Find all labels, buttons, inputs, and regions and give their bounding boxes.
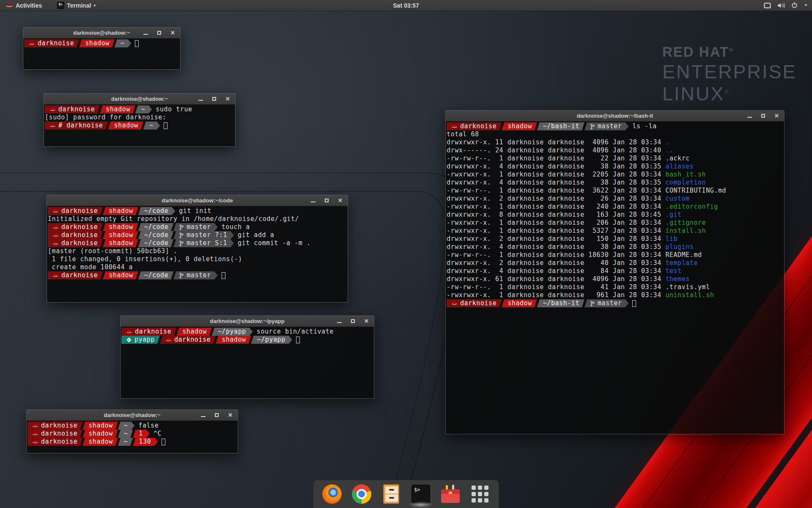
dock-item-firefox[interactable] <box>322 484 342 504</box>
file-name: lib <box>665 235 678 243</box>
prompt-line: darknoiseshadow~/bash-itmasterls -la <box>447 122 784 130</box>
close-button[interactable]: ✕ <box>228 412 233 418</box>
redhat-fedora-icon <box>50 107 55 112</box>
terminal-cursor[interactable] <box>222 272 225 279</box>
terminal-content[interactable]: darknoiseshadow~ <box>23 39 180 69</box>
close-button[interactable]: ✕ <box>225 96 230 102</box>
file-attrs: -rw-rw-r--. 1 darknoise darknoise 18630 … <box>447 251 665 259</box>
terminal-cursor[interactable] <box>135 40 139 47</box>
minimize-button[interactable] <box>143 30 148 36</box>
git-branch-icon <box>179 224 184 230</box>
terminal-sudo: darknoise@shadow:~✕darknoiseshadow~sudo … <box>44 93 236 147</box>
prompt-line: darknoiseshadow~1^C <box>27 430 238 438</box>
prompt-segment-path: ~/code <box>138 207 176 215</box>
terminal-cursor[interactable] <box>632 300 636 307</box>
maximize-button[interactable] <box>211 96 217 102</box>
close-button[interactable]: ✕ <box>337 198 343 203</box>
app-menu-terminal[interactable]: $> Terminal ▾ <box>57 2 96 9</box>
terminal-content[interactable]: darknoiseshadow~sudo true[sudo] password… <box>44 105 235 146</box>
terminal-cursor[interactable] <box>162 439 165 445</box>
prompt-segment-user: darknoise <box>27 422 82 430</box>
chevron-down-icon: ▾ <box>94 3 96 8</box>
terminal-output-line: 1 file changed, 0 insertions(+), 0 delet… <box>48 255 348 263</box>
maximize-button[interactable] <box>350 318 356 324</box>
dock-item-terminal[interactable]: $> <box>411 484 431 504</box>
file-name: .editorconfig <box>665 203 718 210</box>
terminal-content[interactable]: darknoiseshadow~falsedarknoiseshadow~1^C… <box>27 421 238 453</box>
terminal-content[interactable]: darknoiseshadow~/pyappsource bin/activat… <box>121 327 374 398</box>
clock[interactable]: Sat 03:57 <box>393 2 419 9</box>
close-button[interactable]: ✕ <box>170 30 176 36</box>
prompt-segment-git: master <box>173 223 218 231</box>
prompt-segment-host: shadow <box>216 336 251 344</box>
file-attrs: -rwxrwxr-x. 1 darknoise darknoise 240 Ja… <box>447 203 665 210</box>
file-attrs: drwxrwxr-x. 2 darknoise darknoise 150 Ja… <box>447 235 665 243</box>
terminal-content[interactable]: darknoiseshadow~/codegit initInitialized… <box>47 206 348 302</box>
terminal-content[interactable]: darknoiseshadow~/bash-itmasterls -latota… <box>446 121 784 434</box>
prompt-line: darknoiseshadow~/codegit init <box>48 207 348 215</box>
minimize-glyph <box>311 202 315 202</box>
chevron-down-icon[interactable] <box>804 4 808 7</box>
file-attrs: drwxrwxr-x. 4 darknoise darknoise 38 Jan… <box>447 179 665 186</box>
rhel-wallpaper-logo: RED HAT® ENTERPRISE LINUX® <box>662 44 797 105</box>
toolbox-icon <box>441 484 460 504</box>
maximize-button[interactable] <box>214 412 219 418</box>
window-titlebar[interactable]: darknoise@shadow:~✕ <box>23 28 180 39</box>
running-indicator-glow <box>409 501 433 508</box>
activities-button[interactable]: Activities <box>3 0 44 11</box>
prompt-segment-path: ~/bash-it <box>537 122 584 130</box>
maximize-glyph <box>325 199 329 202</box>
registered-mark: ® <box>729 47 734 53</box>
file-attrs: -rwxrwxr-x. 1 darknoise darknoise 206 Ja… <box>447 219 665 226</box>
window-titlebar[interactable]: darknoise@shadow:~✕ <box>44 94 235 105</box>
terminal-cursor[interactable] <box>164 122 167 129</box>
dock-item-files[interactable] <box>381 484 401 504</box>
volume-icon[interactable] <box>777 3 785 8</box>
redhat-fedora-icon <box>29 41 35 46</box>
dock-item-apps-grid[interactable] <box>470 484 490 504</box>
command-text: git commit -a -m . <box>238 239 310 247</box>
window-titlebar[interactable]: darknoise@shadow:~/pyapp✕ <box>121 316 374 327</box>
maximize-button[interactable] <box>156 30 162 36</box>
maximize-button[interactable] <box>324 198 329 203</box>
prompt-segment-host: shadow <box>103 271 138 279</box>
firefox-icon <box>322 484 342 504</box>
file-list-row: drwxrwxr-x. 4 darknoise darknoise 84 Jan… <box>447 267 784 275</box>
file-list-row: drwxrwxr-x. 4 darknoise darknoise 38 Jan… <box>447 179 784 187</box>
minimize-button[interactable] <box>198 96 203 102</box>
minimize-button[interactable] <box>310 198 316 203</box>
window-titlebar[interactable]: darknoise@shadow:~✕ <box>27 410 238 421</box>
minimize-button[interactable] <box>200 412 206 418</box>
minimize-button[interactable] <box>337 318 342 324</box>
file-name: uninstall.sh <box>665 291 714 299</box>
file-name: CONTRIBUTING.md <box>665 187 726 194</box>
rhel-logo-line3: LINUX® <box>662 83 797 105</box>
power-icon[interactable] <box>791 2 798 8</box>
git-branch-icon <box>590 301 595 306</box>
file-name: .gitignore <box>665 219 706 226</box>
minimize-button[interactable] <box>747 113 752 119</box>
system-status-area[interactable] <box>764 2 812 8</box>
file-list-row: -rwxrwxr-x. 1 darknoise darknoise 206 Ja… <box>447 219 784 227</box>
window-controls: ✕ <box>747 113 784 119</box>
terminal-cursor[interactable] <box>296 337 300 343</box>
window-title: darknoise@shadow:~/pyapp <box>121 318 374 324</box>
file-name: .ackrc <box>665 155 690 162</box>
prompt-segment-path: ~ <box>118 422 135 430</box>
git-branch-icon <box>590 124 595 130</box>
display-icon[interactable] <box>764 3 771 8</box>
close-button[interactable]: ✕ <box>774 113 779 119</box>
terminal-output-line: [master (root-commit) 50bcb63] . <box>48 247 348 255</box>
redhat-fedora-icon <box>33 423 38 428</box>
dock-item-toolbox[interactable] <box>440 484 461 504</box>
redhat-fedora-icon <box>53 273 58 278</box>
terminal-output-line: create mode 100644 a <box>48 263 348 271</box>
window-titlebar[interactable]: darknoise@shadow:~/bash-it✕ <box>446 110 784 121</box>
maximize-button[interactable] <box>760 113 766 119</box>
prompt-segment-host: shadow <box>502 122 537 130</box>
file-attrs: drwxrwxr-x. 8 darknoise darknoise 163 Ja… <box>447 211 665 218</box>
dock-item-chrome[interactable] <box>351 484 372 504</box>
window-titlebar[interactable]: darknoise@shadow:~/code✕ <box>47 195 348 206</box>
close-button[interactable]: ✕ <box>364 318 369 324</box>
command-text: source bin/activate <box>257 328 334 336</box>
